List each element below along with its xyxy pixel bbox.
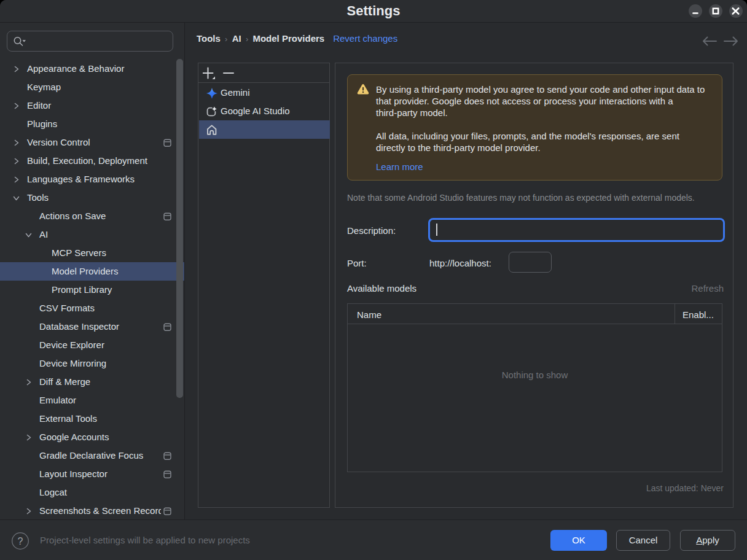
svg-text:?: ? xyxy=(18,536,23,546)
